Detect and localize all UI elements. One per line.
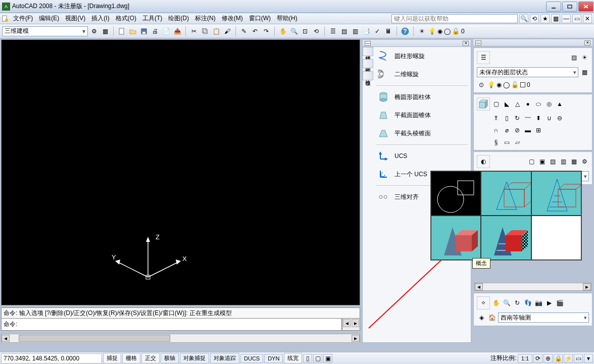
union-icon[interactable]: ∪ [544, 114, 554, 123]
layer-color-swatch[interactable] [520, 82, 525, 87]
mdi-close-button[interactable]: ✕ [583, 14, 592, 23]
quickview-layouts-icon[interactable]: ▢ [313, 354, 322, 363]
copy-icon[interactable]: ⿻ [200, 26, 210, 36]
helix2-icon[interactable]: § [491, 138, 501, 147]
palette-collapse-icon[interactable]: — [365, 41, 371, 46]
pan-icon[interactable]: ✋ [278, 26, 288, 36]
workspace-dropdown[interactable]: 三维建模 [2, 26, 88, 36]
open-icon[interactable] [128, 26, 138, 36]
clean-screen-icon[interactable]: ▭ [574, 354, 583, 363]
vs-option-realistic[interactable] [481, 216, 531, 260]
annotation-scale-value[interactable]: 1:1 [518, 354, 532, 363]
vs-option-3dhidden[interactable] [531, 171, 581, 216]
layer-state-dropdown[interactable]: 未保存的图层状态 [477, 67, 578, 77]
extrude-icon[interactable]: ⇑ [491, 114, 501, 123]
view-dropdown[interactable]: 西南等轴测 [498, 313, 589, 323]
cut-icon[interactable]: ✂ [189, 26, 199, 36]
quickcalc-icon[interactable]: 🖩 [383, 26, 393, 36]
dash-collapse-icon[interactable]: — [475, 40, 481, 45]
close-button[interactable] [578, 2, 593, 12]
status-snap[interactable]: 捕捉 [103, 353, 121, 363]
box-icon[interactable]: ▢ [491, 99, 501, 109]
pyr-icon[interactable]: ▲ [555, 99, 564, 109]
layer-filter-icon[interactable]: ☀ [580, 53, 589, 62]
zoom-realtime-icon[interactable]: 🔍 [289, 26, 299, 36]
vs-option-empty[interactable] [531, 216, 581, 260]
layer-thaw-icon[interactable]: ◯ [503, 81, 510, 88]
menu-dimension[interactable]: 标注(N) [192, 13, 219, 24]
status-osnap[interactable]: 对象捕捉 [180, 353, 209, 363]
mdi-minimize-button[interactable]: — [562, 14, 571, 23]
revolve-icon[interactable]: ↻ [513, 114, 522, 123]
design-center-icon[interactable]: ▤ [339, 26, 349, 36]
layer-on-icon[interactable]: 💡 [487, 81, 495, 88]
vs-hide-icon[interactable]: ▤ [548, 157, 557, 166]
status-ortho[interactable]: 正交 [141, 353, 160, 363]
menu-edit[interactable]: 编辑(E) [36, 13, 62, 24]
mdi-restore-button[interactable]: ▭ [572, 14, 581, 23]
status-tray-icon[interactable]: ▾ [584, 354, 593, 363]
sweep-icon[interactable]: 〰 [523, 114, 532, 123]
redo-icon[interactable]: ↷ [261, 26, 271, 36]
layer-props-icon[interactable]: ▤ [569, 53, 578, 62]
nav-anim-icon[interactable]: 🎬 [555, 298, 564, 307]
menu-file[interactable]: 文件(F) [10, 13, 36, 24]
nav-pan-icon[interactable]: ✋ [491, 298, 501, 307]
menu-help[interactable]: 帮助(H) [274, 13, 301, 24]
torus-icon[interactable]: ◎ [544, 99, 554, 109]
quickview-drawings-icon[interactable]: ▣ [323, 354, 332, 363]
new-icon[interactable] [117, 26, 127, 36]
recent-icon[interactable]: ⟲ [530, 14, 539, 23]
layer-lock-icon[interactable]: 🔓 [452, 28, 460, 35]
sheet-set-icon[interactable]: 📑 [361, 26, 371, 36]
layer-thaw-icon[interactable]: ◯ [444, 28, 451, 35]
dash-hscroll[interactable]: ◂▸ [474, 283, 591, 291]
lock-ui-icon[interactable]: 🔒 [554, 354, 563, 363]
nav-zoom-icon[interactable]: 🔍 [502, 298, 511, 307]
help-icon[interactable]: ? [400, 26, 410, 36]
match-prop-icon[interactable]: 🖌 [222, 26, 232, 36]
layer-freeze-icon[interactable]: ◉ [497, 81, 502, 88]
block-editor-icon[interactable]: ✎ [239, 26, 249, 36]
tool-palettes-icon[interactable]: ▥ [350, 26, 360, 36]
favorite-icon[interactable]: ★ [540, 14, 550, 23]
workspace-settings-icon[interactable]: ⚙ [89, 26, 99, 36]
zoom-previous-icon[interactable]: ⟲ [311, 26, 321, 36]
hardware-accel-icon[interactable]: ⚡ [564, 354, 573, 363]
properties-icon[interactable]: ☰ [328, 26, 338, 36]
subtract-icon[interactable]: ⊖ [555, 114, 564, 123]
wedge-icon[interactable]: ◣ [502, 99, 511, 109]
minimize-button[interactable] [546, 2, 561, 12]
solids-main-icon[interactable] [477, 97, 490, 111]
publish-icon[interactable]: 📤 [172, 26, 182, 36]
drawing-viewport[interactable]: Z X Y [1, 39, 360, 305]
nav-orbit-icon[interactable]: ↻ [513, 298, 522, 307]
palette-tab-lines[interactable]: 图线 [363, 59, 373, 68]
status-lwt[interactable]: 线宽 [284, 353, 302, 363]
imprint-icon[interactable]: ⊞ [534, 126, 543, 135]
save-icon[interactable] [139, 26, 149, 36]
tool-spiral[interactable]: 二维螺旋 [373, 65, 471, 83]
help-search-input[interactable] [391, 14, 518, 23]
layer-iso-icon[interactable]: ⊙ [477, 80, 486, 89]
tool-cylinder[interactable]: 椭圆形圆柱体 [373, 88, 471, 106]
command-hscroll[interactable]: ◂▸ [1, 334, 360, 343]
vs-2d-icon[interactable]: ▢ [527, 157, 536, 166]
status-dyn[interactable]: DYN [264, 354, 283, 363]
layer-stack-icon[interactable]: ☀ [417, 26, 427, 36]
search-icon[interactable]: 🔍 [519, 14, 528, 23]
command-scroll[interactable]: ◂▸ [342, 319, 360, 331]
markup-icon[interactable]: ✓ [372, 26, 382, 36]
vs-option-2dwireframe[interactable] [431, 171, 481, 216]
palette-close-icon[interactable]: ✕ [463, 41, 469, 46]
menu-modify[interactable]: 修改(M) [219, 13, 246, 24]
menu-window[interactable]: 窗口(W) [246, 13, 274, 24]
layer-lock2-icon[interactable]: 🔓 [511, 81, 519, 88]
cone-icon[interactable]: △ [513, 99, 522, 109]
status-otrack[interactable]: 对象追踪 [210, 353, 239, 363]
menu-tools[interactable]: 工具(T) [139, 13, 165, 24]
menu-view[interactable]: 视图(V) [62, 13, 88, 24]
new-file-icon[interactable] [0, 14, 10, 24]
planar-icon[interactable]: ▱ [513, 138, 522, 147]
paste-icon[interactable]: 📋 [211, 26, 221, 36]
